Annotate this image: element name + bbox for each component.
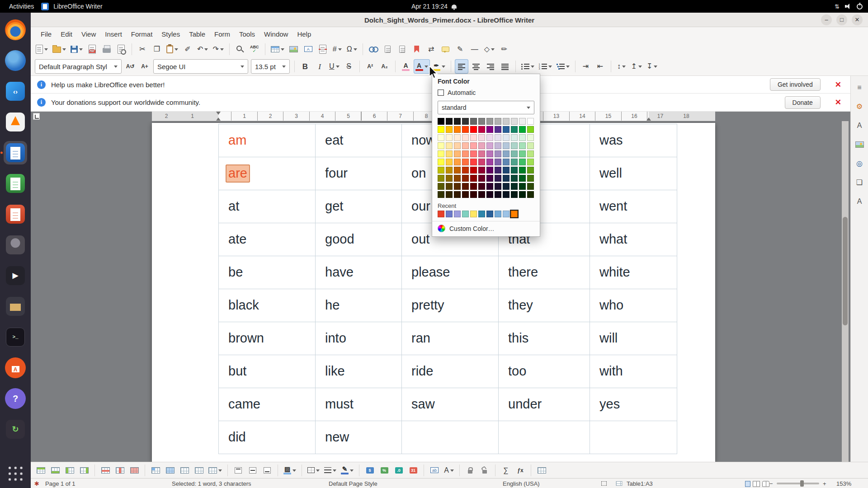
palette-swatch[interactable] <box>511 183 518 190</box>
underline-button[interactable]: U <box>327 59 341 74</box>
horizontal-line-button[interactable]: ― <box>468 42 481 56</box>
palette-swatch[interactable] <box>470 183 477 190</box>
table-cell[interactable]: saw <box>402 388 499 421</box>
menu-format[interactable]: Format <box>127 29 157 39</box>
sidebar-properties[interactable]: ⚙ <box>853 100 866 113</box>
table-cell[interactable]: was <box>590 124 677 157</box>
delete-table-button[interactable] <box>127 463 141 478</box>
dock-item-vscode[interactable]: ‹› <box>4 80 27 103</box>
increase-paragraph-spacing-button[interactable]: ↥ <box>629 59 644 74</box>
table-cell[interactable]: this <box>499 322 590 355</box>
sidebar-page-deck[interactable]: ❏ <box>853 176 866 189</box>
palette-swatch[interactable] <box>446 167 453 174</box>
select-cell-button[interactable] <box>149 463 162 478</box>
print-preview-button[interactable] <box>114 42 128 56</box>
open-button[interactable] <box>51 42 68 56</box>
palette-swatch[interactable] <box>470 167 477 174</box>
palette-swatch[interactable] <box>486 191 493 198</box>
palette-swatch[interactable] <box>470 159 477 165</box>
insert-footnote-button[interactable] <box>381 42 395 56</box>
palette-swatch[interactable] <box>446 118 453 125</box>
table-cell[interactable]: be <box>219 256 316 289</box>
zoom-level[interactable]: 153% <box>836 480 851 487</box>
menu-file[interactable]: File <box>36 29 56 39</box>
palette-swatch[interactable] <box>478 167 485 174</box>
print-button[interactable] <box>100 42 113 56</box>
new-style-button[interactable]: A+ <box>138 59 151 74</box>
dock-item-vlc[interactable] <box>4 110 27 134</box>
palette-swatch[interactable] <box>511 167 518 174</box>
palette-swatch[interactable] <box>438 183 444 190</box>
palette-swatch[interactable] <box>527 159 534 165</box>
table-cell[interactable]: like <box>316 355 402 388</box>
selection-status[interactable]: Selected: 1 word, 3 characters <box>172 480 251 487</box>
table-cell[interactable]: ran <box>402 322 499 355</box>
palette-swatch[interactable] <box>527 167 534 174</box>
table-cell[interactable]: he <box>316 289 402 322</box>
palette-swatch[interactable] <box>495 142 501 149</box>
recent-swatch[interactable] <box>478 211 485 217</box>
dock-item-firefox[interactable] <box>4 18 27 42</box>
palette-swatch[interactable] <box>454 191 461 198</box>
insert-column-after-button[interactable] <box>77 463 91 478</box>
menu-form[interactable]: Form <box>210 29 235 39</box>
font-name-combo[interactable]: Segoe UI <box>153 59 248 74</box>
palette-swatch[interactable] <box>438 142 444 149</box>
palette-swatch[interactable] <box>486 159 493 165</box>
palette-swatch[interactable] <box>454 167 461 174</box>
palette-swatch[interactable] <box>527 183 534 190</box>
menu-tools[interactable]: Tools <box>235 29 259 39</box>
palette-swatch[interactable] <box>511 175 518 182</box>
get-involved-button[interactable]: Get involved <box>770 78 821 91</box>
close-button[interactable]: ✕ <box>852 14 863 25</box>
font-color-button[interactable]: A <box>414 59 430 74</box>
palette-swatch[interactable] <box>462 191 469 198</box>
insert-comment-button[interactable] <box>439 42 453 56</box>
palette-swatch[interactable] <box>486 134 493 141</box>
dock-item-gimp[interactable] <box>4 233 27 257</box>
table-cell[interactable]: into <box>316 322 402 355</box>
palette-swatch[interactable] <box>462 118 469 125</box>
sidebar-styles[interactable]: A <box>853 119 866 132</box>
page-count-status[interactable]: Page 1 of 1 <box>45 480 75 487</box>
palette-swatch[interactable] <box>446 183 453 190</box>
zoom-out-button[interactable]: − <box>769 480 773 487</box>
table-cell[interactable]: please <box>402 256 499 289</box>
increase-indent-button[interactable]: ⇥ <box>579 59 593 74</box>
table-cell-reference[interactable]: Table1:A3 <box>627 480 653 487</box>
recent-swatch[interactable] <box>462 211 469 217</box>
insert-bookmark-button[interactable] <box>410 42 424 56</box>
palette-swatch[interactable] <box>486 167 493 174</box>
table-cell[interactable]: good <box>316 223 402 256</box>
insert-image-button[interactable] <box>287 42 301 56</box>
table-cell[interactable]: there <box>499 256 590 289</box>
dock-item-file-manager[interactable] <box>4 295 27 318</box>
palette-swatch[interactable] <box>503 183 509 190</box>
menu-insert[interactable]: Insert <box>100 29 127 39</box>
insert-table-button[interactable] <box>269 42 286 56</box>
recent-swatch[interactable] <box>438 211 444 217</box>
table-cell[interactable]: they <box>499 289 590 322</box>
palette-swatch[interactable] <box>486 118 493 125</box>
zoom-slider[interactable] <box>777 483 819 484</box>
palette-swatch[interactable] <box>438 134 444 141</box>
palette-swatch[interactable] <box>438 118 444 125</box>
insert-column-before-button[interactable] <box>63 463 76 478</box>
palette-swatch[interactable] <box>454 134 461 141</box>
language-status[interactable]: English (USA) <box>503 480 540 487</box>
clock-menu[interactable]: Apr 21 19:24 <box>411 3 457 10</box>
palette-select[interactable]: standard <box>438 101 534 114</box>
table-cell[interactable]: get <box>316 190 402 223</box>
palette-swatch[interactable] <box>519 183 526 190</box>
palette-swatch[interactable] <box>486 126 493 133</box>
formula-button[interactable]: ƒx <box>514 463 527 478</box>
menu-styles[interactable]: Styles <box>157 29 184 39</box>
palette-swatch[interactable] <box>470 126 477 133</box>
align-right-button[interactable] <box>484 59 497 74</box>
ordered-list-button[interactable] <box>537 59 554 74</box>
spelling-button[interactable]: ABC✓ <box>248 42 261 56</box>
palette-swatch[interactable] <box>495 159 501 165</box>
insert-cross-reference-button[interactable]: ⇄ <box>425 42 438 56</box>
table-cell[interactable]: have <box>316 256 402 289</box>
delete-column-button[interactable] <box>113 463 127 478</box>
